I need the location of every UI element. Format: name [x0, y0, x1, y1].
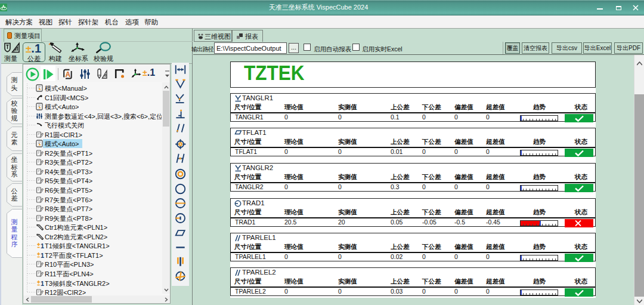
- svg-text:1: 1: [41, 242, 44, 249]
- svg-text:1: 1: [41, 252, 44, 259]
- svg-text:A: A: [65, 70, 70, 79]
- svg-text:1: 1: [41, 280, 44, 287]
